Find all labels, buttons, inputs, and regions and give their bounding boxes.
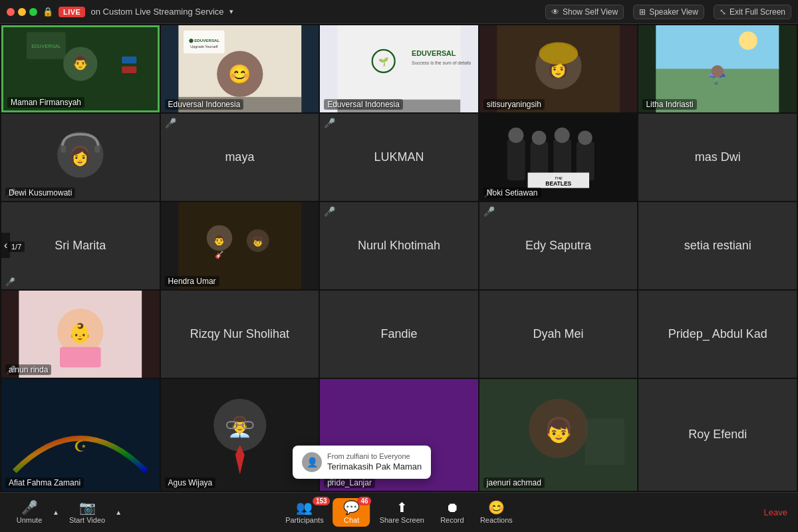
- svg-rect-36: [507, 139, 525, 180]
- video-tile-hendra[interactable]: 👨 🎸 👦 Hendra Umar: [161, 202, 319, 289]
- reactions-icon: 😊: [488, 501, 505, 514]
- video-tile-maya[interactable]: 🎤 maya: [161, 114, 319, 201]
- reactions-label: Reactions: [480, 516, 513, 524]
- mute-icon-srimarita: 🎤: [5, 277, 15, 287]
- svg-point-39: [532, 130, 547, 145]
- tile-name-afiat: Afiat Fahma Zamani: [5, 477, 84, 488]
- video-tile-masdwi[interactable]: mas Dwi: [638, 114, 797, 201]
- streaming-dropdown-icon[interactable]: ▾: [229, 7, 233, 16]
- svg-point-41: [554, 128, 569, 143]
- participants-label: Participants: [285, 516, 323, 524]
- svg-text:🌱: 🌱: [378, 57, 389, 67]
- chat-avatar: 👤: [302, 452, 322, 472]
- mute-icon-lukman: 🎤: [324, 118, 335, 128]
- self-view-icon: 👁: [551, 7, 559, 17]
- video-tile-ainun[interactable]: 👶 🎤 ainun rinda: [1, 291, 160, 378]
- video-tile-lukman[interactable]: 🎤 LUKMAN: [320, 114, 478, 201]
- live-badge: LIVE: [59, 7, 85, 17]
- exit-fullscreen-button[interactable]: ⤡ Exit Full Screen: [714, 5, 791, 19]
- video-tile-srimarita[interactable]: ‹ Sri Marita 1/7 🎤: [1, 202, 160, 289]
- video-tile-siti[interactable]: 👩 sitisuryaningsih: [479, 25, 638, 112]
- video-tile-rizqy[interactable]: Rizqy Nur Sholihat: [161, 291, 319, 378]
- video-tile-noki[interactable]: THE BEATLES 🎤 Noki Setiawan: [479, 114, 638, 201]
- maximize-dot[interactable]: [29, 8, 37, 16]
- svg-text:Success is the sum of details: Success is the sum of details: [412, 61, 471, 65]
- svg-rect-56: [60, 347, 101, 368]
- camera-off-icon: 📷: [79, 501, 96, 514]
- svg-rect-5: [122, 57, 136, 63]
- chat-content: From zulfiani to Everyone Terimakasih Pa…: [327, 452, 422, 471]
- video-tile-eduversal2[interactable]: 🌱 EDUVERSAL Success is the sum of detail…: [320, 25, 478, 112]
- unmute-button[interactable]: 🎤 Unmute: [11, 498, 48, 527]
- svg-text:👶: 👶: [68, 322, 92, 344]
- tile-name-center-nurul: Nurul Khotimah: [358, 239, 440, 253]
- tile-name-center-srimarita: Sri Marita: [55, 239, 106, 253]
- tile-name-eduversal1: Eduversal Indonesia: [165, 99, 244, 110]
- bottom-center-controls: 👥 Participants 153 💬 Chat 46 ⬆ Share Scr…: [280, 498, 518, 527]
- tile-name-ainun: ainun rinda: [5, 364, 51, 375]
- video-tile-nurul[interactable]: 🎤 Nurul Khotimah: [320, 202, 478, 289]
- video-tile-dyah[interactable]: Dyah Mei: [479, 291, 638, 378]
- tile-name-center-edy: Edy Saputra: [525, 239, 591, 253]
- share-screen-icon: ⬆: [396, 501, 408, 514]
- mic-options-button[interactable]: ▲: [51, 507, 61, 517]
- mic-muted-icon: 🎤: [21, 501, 38, 514]
- video-tile-roy[interactable]: Roy Efendi: [638, 379, 797, 491]
- svg-text:THE: THE: [554, 176, 563, 180]
- prev-page-button[interactable]: ‹: [1, 233, 10, 258]
- tile-name-center-masdwi: mas Dwi: [695, 150, 741, 164]
- chat-label: Chat: [344, 516, 359, 524]
- minimize-dot[interactable]: [18, 8, 26, 16]
- svg-rect-33: [61, 146, 66, 153]
- close-dot[interactable]: [7, 8, 15, 16]
- tile-name-eduversal2: Eduversal Indonesia: [324, 99, 403, 110]
- reactions-button[interactable]: 😊 Reactions: [475, 498, 518, 527]
- svg-text:👦: 👦: [544, 416, 574, 444]
- video-tile-edy[interactable]: 🎤 Edy Saputra: [479, 202, 638, 289]
- svg-text:EDUVERSAL: EDUVERSAL: [412, 49, 456, 57]
- start-video-label: Start Video: [69, 516, 105, 524]
- tile-name-dewi: Dewi Kusumowati: [5, 188, 75, 198]
- page-indicator: 1/7: [8, 241, 25, 252]
- participants-count-badge: 153: [313, 497, 331, 505]
- svg-text:👨‍💼: 👨‍💼: [227, 415, 253, 439]
- video-tile-setia[interactable]: setia restiani: [638, 202, 797, 289]
- svg-rect-69: [585, 418, 624, 464]
- unmute-label: Unmute: [17, 516, 43, 524]
- tile-name-agus: Agus Wijaya: [165, 477, 216, 488]
- tile-name-maman: Maman Firmansyah: [7, 97, 84, 108]
- jaenuri-video: 👦: [479, 379, 638, 491]
- share-screen-button[interactable]: ⬆ Share Screen: [374, 498, 430, 527]
- start-video-button[interactable]: 📷 Start Video: [64, 498, 110, 527]
- video-tile-litha[interactable]: ☂️ Litha Indriasti: [638, 25, 797, 112]
- record-button[interactable]: ⏺ Record: [434, 498, 471, 527]
- show-self-view-button[interactable]: 👁 Show Self View: [545, 5, 624, 19]
- speaker-view-button[interactable]: ⊞ Speaker View: [633, 5, 704, 19]
- top-bar-left: 🔒 LIVE on Custom Live Streaming Service …: [7, 7, 233, 17]
- video-tile-dewi[interactable]: 👩 🎤 Dewi Kusumowati: [1, 114, 160, 201]
- video-tile-fandie[interactable]: Fandie: [320, 291, 478, 378]
- svg-text:⬤ EDUVERSAL: ⬤ EDUVERSAL: [188, 38, 219, 43]
- leave-button[interactable]: Leave: [764, 507, 787, 517]
- svg-point-27: [739, 31, 758, 50]
- video-tile-afiat[interactable]: ☪ Afiat Fahma Zamani: [1, 379, 160, 491]
- video-grid: EDUVERSAL 👨 Maman Firmansyah ⬤ EDUVERSAL…: [0, 24, 798, 492]
- streaming-text: on Custom Live Streaming Service: [90, 7, 223, 17]
- chat-button[interactable]: 💬 Chat 46: [333, 498, 370, 527]
- video-tile-jaenuri[interactable]: 👦 jaenuri achmad: [479, 379, 638, 491]
- video-tile-pridep[interactable]: Pridep_ Abdul Kad: [638, 291, 797, 378]
- bottom-left-controls: 🎤 Unmute ▲ 📷 Start Video ▲: [11, 498, 124, 527]
- video-options-button[interactable]: ▲: [113, 507, 124, 517]
- svg-point-37: [508, 128, 523, 143]
- svg-rect-34: [94, 146, 100, 153]
- participants-button[interactable]: 👥 Participants 153: [280, 498, 329, 527]
- svg-text:😊: 😊: [228, 63, 251, 85]
- lock-icon: 🔒: [43, 7, 53, 17]
- record-icon: ⏺: [446, 501, 459, 514]
- bottom-right-controls: Leave: [764, 507, 787, 517]
- tile-name-jaenuri: jaenuri achmad: [483, 477, 545, 488]
- speaker-icon: ⊞: [639, 7, 646, 17]
- participants-icon: 👥: [296, 501, 313, 514]
- video-tile-maman[interactable]: EDUVERSAL 👨 Maman Firmansyah: [1, 25, 160, 112]
- video-tile-eduversal1[interactable]: ⬤ EDUVERSAL Upgrade Yourself 😊 Eduversal…: [161, 25, 319, 112]
